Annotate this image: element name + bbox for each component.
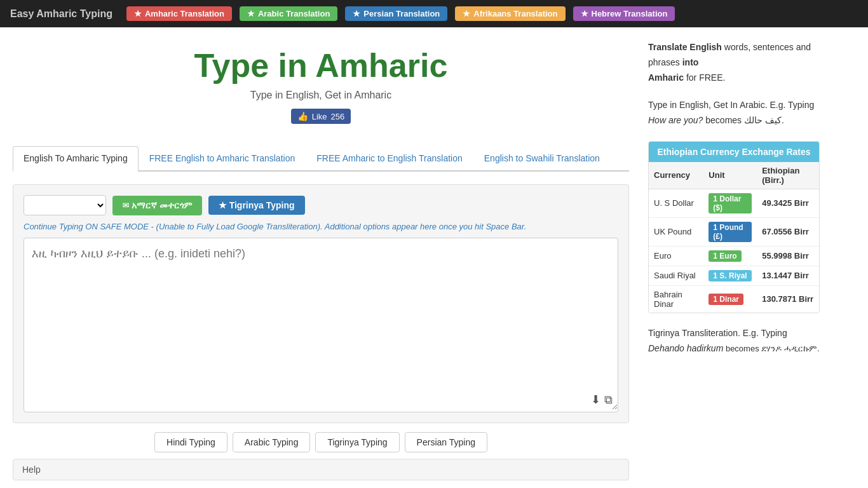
like-label: Like [312, 112, 327, 121]
hebrew-translation-btn[interactable]: ★ Hebrew Translation [573, 6, 675, 21]
arabic-translation-label: Arabic Translation [258, 9, 330, 18]
tigrinya-example-en: Dehando hadirkum [648, 343, 723, 353]
content-area: Type in Amharic Type in English, Get in … [0, 27, 642, 488]
currency-badge: 1 Pound (£) [709, 222, 752, 242]
typing-textarea[interactable] [24, 238, 618, 410]
amharic-translation-label: Amharic Translation [145, 9, 224, 18]
currency-name: Saudi Riyal [649, 266, 703, 285]
tab-english-amharic-typing[interactable]: English To Amharic Typing [13, 146, 139, 172]
arabic-note: Type in English, Get In Arabic. E.g. Typ… [648, 98, 820, 128]
page-title: Type in Amharic [13, 46, 629, 85]
typing-tool-panel: ✉ አማርኛ መተርጎም ★ Tigrinya Typing Continue … [13, 184, 629, 423]
tab-bar: English To Amharic Typing FREE English t… [13, 146, 629, 172]
tab-free-amharic-english[interactable]: FREE Amharic to English Translation [306, 146, 473, 170]
currency-name: U. S Dollar [649, 189, 703, 217]
table-row: Bahrain Dinar 1 Dinar 130.7871 Birr [649, 285, 819, 313]
star-icon: ★ [581, 9, 588, 18]
col-birr: Ethiopian (Birr.) [757, 162, 819, 189]
sidebar: Translate English words, sentences and p… [642, 27, 832, 488]
hebrew-translation-label: Hebrew Translation [592, 9, 668, 18]
arabic-example-en: How are you? [648, 115, 703, 125]
download-icon[interactable]: ⬇ [591, 393, 600, 407]
table-row: Euro 1 Euro 55.9998 Birr [649, 246, 819, 266]
col-unit: Unit [703, 162, 757, 189]
translate-into: into [682, 57, 699, 67]
currency-badge: 1 S. Riyal [709, 270, 751, 281]
tigrinya-example-am: becomes ደሃንዶ ሓዲርኩም. [723, 344, 819, 353]
arabic-typing-btn[interactable]: Arabic Typing [233, 432, 311, 452]
currency-name: UK Pound [649, 217, 703, 246]
currency-name: Bahrain Dinar [649, 285, 703, 313]
currency-value: 67.0556 Birr [757, 217, 819, 246]
facebook-like-btn[interactable]: 👍 Like 256 [291, 109, 351, 124]
table-row: UK Pound 1 Pound (£) 67.0556 Birr [649, 217, 819, 246]
tigrinya-note: Tigrinya Transliteration. E.g. Typing De… [648, 326, 820, 356]
help-label: Help [22, 464, 41, 475]
persian-translation-btn[interactable]: ★ Persian Translation [345, 6, 447, 21]
main-wrapper: Type in Amharic Type in English, Get in … [0, 27, 868, 488]
like-count: 256 [331, 112, 345, 121]
arabic-example-ar: becomes كيف حالك. [703, 115, 783, 125]
currency-box: Ethiopian Currency Exchange Rates Curren… [648, 141, 820, 313]
table-row: U. S Dollar 1 Dollar ($) 49.3425 Birr [649, 189, 819, 217]
amharic-translation-btn[interactable]: ★ Amharic Translation [126, 6, 232, 21]
afrikaans-translation-btn[interactable]: ★ Afrikaans Translation [455, 6, 565, 21]
translate-heading: Translate English [648, 42, 722, 52]
star-icon: ★ [353, 9, 360, 18]
table-row: Saudi Riyal 1 S. Riyal 13.1447 Birr [649, 266, 819, 285]
safe-mode-notice: Continue Typing ON SAFE MODE - (Unable t… [24, 222, 618, 231]
site-brand: Easy Amharic Typing [10, 8, 112, 20]
tool-bar: ✉ አማርኛ መተርጎም ★ Tigrinya Typing [24, 195, 618, 215]
currency-table: Currency Unit Ethiopian (Birr.) U. S Dol… [649, 162, 819, 313]
translate-amharic: Amharic [648, 72, 684, 83]
bottom-buttons: Hindi Typing Arabic Typing Tigrinya Typi… [13, 432, 629, 452]
hero-subtitle: Type in English, Get in Amharic [13, 90, 629, 101]
hero: Type in Amharic Type in English, Get in … [13, 27, 629, 133]
afrikaans-translation-label: Afrikaans Translation [473, 9, 557, 18]
currency-name: Euro [649, 246, 703, 266]
currency-badge: 1 Dinar [709, 294, 743, 305]
typing-area: ⬇ ⧉ [24, 238, 618, 412]
tigrinya-typing-btn[interactable]: Tigrinya Typing [315, 432, 399, 452]
star-icon: ★ [134, 9, 142, 18]
translate-text2: for FREE. [684, 72, 725, 83]
textarea-icons: ⬇ ⧉ [591, 393, 613, 407]
currency-unit: 1 Pound (£) [703, 217, 757, 246]
star-icon: ★ [247, 9, 255, 18]
currency-unit: 1 Dollar ($) [703, 189, 757, 217]
arabic-note-text: Type in English, Get In Arabic. E.g. Typ… [648, 100, 814, 110]
copy-icon[interactable]: ⧉ [604, 393, 613, 407]
tigrinya-type-btn[interactable]: ★ Tigrinya Typing [208, 196, 305, 215]
star-icon: ★ [463, 9, 470, 18]
tigrinya-note-text: Tigrinya Transliteration. E.g. Typing [648, 328, 787, 338]
tab-free-english-amharic[interactable]: FREE English to Amharic Translation [139, 146, 306, 170]
currency-value: 55.9998 Birr [757, 246, 819, 266]
currency-unit: 1 Euro [703, 246, 757, 266]
thumbs-up-icon: 👍 [297, 111, 308, 121]
persian-translation-label: Persian Translation [363, 9, 440, 18]
currency-badge: 1 Euro [709, 250, 741, 262]
translate-info: Translate English words, sentences and p… [648, 40, 820, 85]
amharic-type-btn[interactable]: ✉ አማርኛ መተርጎም [112, 196, 202, 215]
currency-unit: 1 S. Riyal [703, 266, 757, 285]
tab-english-swahili[interactable]: English to Swahili Translation [473, 146, 611, 170]
navbar: Easy Amharic Typing ★ Amharic Translatio… [0, 0, 868, 27]
currency-badge: 1 Dollar ($) [709, 193, 752, 214]
arabic-translation-btn[interactable]: ★ Arabic Translation [240, 6, 337, 21]
currency-value: 49.3425 Birr [757, 189, 819, 217]
currency-value: 130.7871 Birr [757, 285, 819, 313]
currency-value: 13.1447 Birr [757, 266, 819, 285]
currency-unit: 1 Dinar [703, 285, 757, 313]
hindi-typing-btn[interactable]: Hindi Typing [154, 432, 227, 452]
persian-typing-btn[interactable]: Persian Typing [405, 432, 487, 452]
help-bar: Help [13, 459, 629, 480]
col-currency: Currency [649, 162, 703, 189]
currency-header: Ethiopian Currency Exchange Rates [649, 142, 819, 162]
language-select[interactable] [24, 195, 106, 215]
